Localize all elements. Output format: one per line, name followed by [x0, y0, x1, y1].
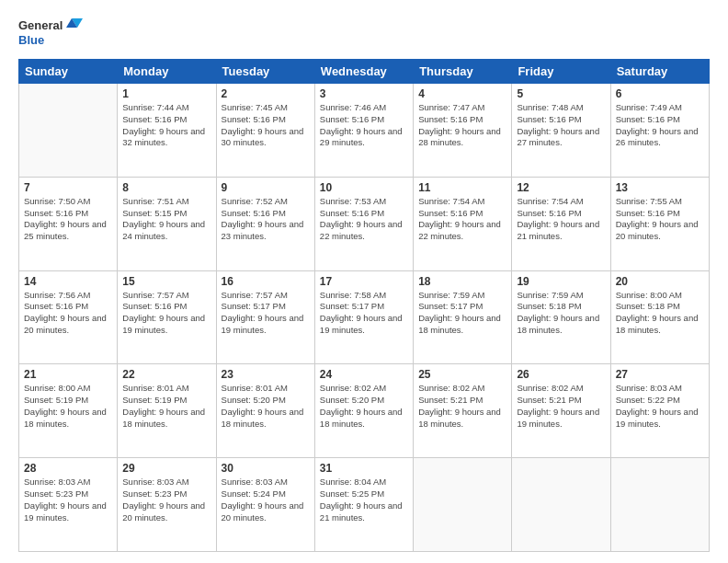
calendar-day-16: 16Sunrise: 7:57 AM Sunset: 5:17 PM Dayli…	[216, 270, 314, 364]
day-number: 26	[517, 368, 605, 381]
calendar-day-26: 26Sunrise: 8:02 AM Sunset: 5:21 PM Dayli…	[512, 364, 610, 458]
svg-text:General: General	[18, 18, 63, 32]
day-number: 21	[24, 368, 112, 381]
weekday-header-tuesday: Tuesday	[216, 60, 314, 84]
calendar-day-empty	[414, 458, 512, 552]
day-number: 20	[616, 275, 704, 288]
day-info: Sunrise: 8:02 AM Sunset: 5:21 PM Dayligh…	[517, 383, 605, 430]
weekday-header-sunday: Sunday	[19, 60, 118, 84]
day-info: Sunrise: 8:04 AM Sunset: 5:25 PM Dayligh…	[320, 477, 408, 523]
day-info: Sunrise: 7:47 AM Sunset: 5:16 PM Dayligh…	[418, 102, 506, 149]
day-number: 2	[222, 87, 310, 100]
day-number: 3	[320, 87, 408, 100]
day-number: 14	[24, 275, 112, 288]
calendar-day-10: 10Sunrise: 7:53 AM Sunset: 5:16 PM Dayli…	[314, 177, 413, 270]
header: General Blue	[18, 17, 710, 50]
day-info: Sunrise: 7:45 AM Sunset: 5:16 PM Dayligh…	[222, 102, 310, 149]
calendar-day-9: 9Sunrise: 7:52 AM Sunset: 5:16 PM Daylig…	[216, 177, 314, 270]
calendar-day-24: 24Sunrise: 8:02 AM Sunset: 5:20 PM Dayli…	[314, 364, 413, 458]
day-info: Sunrise: 7:50 AM Sunset: 5:16 PM Dayligh…	[24, 196, 112, 243]
day-number: 12	[517, 181, 605, 194]
logo: General Blue	[18, 17, 92, 50]
weekday-header-monday: Monday	[118, 60, 216, 84]
day-number: 31	[320, 462, 408, 475]
calendar-week-4: 21Sunrise: 8:00 AM Sunset: 5:19 PM Dayli…	[19, 364, 710, 458]
day-number: 5	[517, 87, 605, 100]
day-number: 30	[222, 462, 310, 475]
day-info: Sunrise: 7:57 AM Sunset: 5:17 PM Dayligh…	[222, 290, 310, 337]
day-number: 8	[122, 181, 210, 194]
calendar-table: SundayMondayTuesdayWednesdayThursdayFrid…	[18, 59, 710, 552]
weekday-header-saturday: Saturday	[610, 60, 709, 84]
day-info: Sunrise: 7:46 AM Sunset: 5:16 PM Dayligh…	[320, 102, 408, 149]
day-info: Sunrise: 8:02 AM Sunset: 5:20 PM Dayligh…	[320, 383, 408, 430]
calendar-day-30: 30Sunrise: 8:03 AM Sunset: 5:24 PM Dayli…	[216, 458, 314, 552]
calendar-day-empty	[19, 84, 118, 178]
calendar-day-29: 29Sunrise: 8:03 AM Sunset: 5:23 PM Dayli…	[118, 458, 216, 552]
day-number: 22	[122, 368, 210, 381]
day-info: Sunrise: 8:01 AM Sunset: 5:20 PM Dayligh…	[222, 383, 310, 430]
day-number: 18	[418, 275, 506, 288]
day-number: 28	[24, 462, 112, 475]
day-info: Sunrise: 7:55 AM Sunset: 5:16 PM Dayligh…	[616, 196, 704, 243]
calendar-day-22: 22Sunrise: 8:01 AM Sunset: 5:19 PM Dayli…	[118, 364, 216, 458]
calendar-day-20: 20Sunrise: 8:00 AM Sunset: 5:18 PM Dayli…	[610, 270, 709, 364]
weekday-header-friday: Friday	[512, 60, 610, 84]
calendar-day-21: 21Sunrise: 8:00 AM Sunset: 5:19 PM Dayli…	[19, 364, 118, 458]
day-number: 15	[122, 275, 210, 288]
calendar-week-3: 14Sunrise: 7:56 AM Sunset: 5:16 PM Dayli…	[19, 270, 710, 364]
day-info: Sunrise: 8:03 AM Sunset: 5:23 PM Dayligh…	[122, 477, 210, 523]
day-info: Sunrise: 7:52 AM Sunset: 5:16 PM Dayligh…	[222, 196, 310, 243]
day-info: Sunrise: 7:53 AM Sunset: 5:16 PM Dayligh…	[320, 196, 408, 243]
calendar-day-19: 19Sunrise: 7:59 AM Sunset: 5:18 PM Dayli…	[512, 270, 610, 364]
day-number: 4	[418, 87, 506, 100]
calendar-day-27: 27Sunrise: 8:03 AM Sunset: 5:22 PM Dayli…	[610, 364, 709, 458]
day-info: Sunrise: 7:54 AM Sunset: 5:16 PM Dayligh…	[418, 196, 506, 243]
calendar-day-8: 8Sunrise: 7:51 AM Sunset: 5:15 PM Daylig…	[118, 177, 216, 270]
calendar-day-18: 18Sunrise: 7:59 AM Sunset: 5:17 PM Dayli…	[414, 270, 512, 364]
calendar-day-4: 4Sunrise: 7:47 AM Sunset: 5:16 PM Daylig…	[414, 84, 512, 178]
day-number: 27	[616, 368, 704, 381]
calendar-day-3: 3Sunrise: 7:46 AM Sunset: 5:16 PM Daylig…	[314, 84, 413, 178]
day-info: Sunrise: 7:54 AM Sunset: 5:16 PM Dayligh…	[517, 196, 605, 243]
day-number: 9	[222, 181, 310, 194]
day-info: Sunrise: 8:03 AM Sunset: 5:22 PM Dayligh…	[616, 383, 704, 430]
day-info: Sunrise: 8:02 AM Sunset: 5:21 PM Dayligh…	[418, 383, 506, 430]
weekday-header-wednesday: Wednesday	[314, 60, 413, 84]
day-number: 10	[320, 181, 408, 194]
day-number: 17	[320, 275, 408, 288]
calendar-day-empty	[610, 458, 709, 552]
day-number: 29	[122, 462, 210, 475]
day-info: Sunrise: 8:01 AM Sunset: 5:19 PM Dayligh…	[122, 383, 210, 430]
calendar-day-2: 2Sunrise: 7:45 AM Sunset: 5:16 PM Daylig…	[216, 84, 314, 178]
day-info: Sunrise: 8:03 AM Sunset: 5:24 PM Dayligh…	[222, 477, 310, 523]
calendar-week-1: 1Sunrise: 7:44 AM Sunset: 5:16 PM Daylig…	[19, 84, 710, 178]
day-info: Sunrise: 7:59 AM Sunset: 5:17 PM Dayligh…	[418, 290, 506, 337]
day-number: 19	[517, 275, 605, 288]
day-info: Sunrise: 8:03 AM Sunset: 5:23 PM Dayligh…	[24, 477, 112, 523]
weekday-header-thursday: Thursday	[414, 60, 512, 84]
day-number: 6	[616, 87, 704, 100]
calendar-day-25: 25Sunrise: 8:02 AM Sunset: 5:21 PM Dayli…	[414, 364, 512, 458]
calendar-day-31: 31Sunrise: 8:04 AM Sunset: 5:25 PM Dayli…	[314, 458, 413, 552]
day-number: 1	[122, 87, 210, 100]
day-number: 24	[320, 368, 408, 381]
day-number: 25	[418, 368, 506, 381]
page: General Blue SundayMondayTuesdayWednesda…	[0, 0, 728, 563]
day-number: 7	[24, 181, 112, 194]
calendar-day-1: 1Sunrise: 7:44 AM Sunset: 5:16 PM Daylig…	[118, 84, 216, 178]
day-info: Sunrise: 8:00 AM Sunset: 5:19 PM Dayligh…	[24, 383, 112, 430]
day-number: 23	[222, 368, 310, 381]
day-info: Sunrise: 7:51 AM Sunset: 5:15 PM Dayligh…	[122, 196, 210, 243]
calendar-day-17: 17Sunrise: 7:58 AM Sunset: 5:17 PM Dayli…	[314, 270, 413, 364]
day-number: 13	[616, 181, 704, 194]
day-info: Sunrise: 7:48 AM Sunset: 5:16 PM Dayligh…	[517, 102, 605, 149]
calendar-day-12: 12Sunrise: 7:54 AM Sunset: 5:16 PM Dayli…	[512, 177, 610, 270]
day-info: Sunrise: 7:49 AM Sunset: 5:16 PM Dayligh…	[616, 102, 704, 149]
day-info: Sunrise: 7:57 AM Sunset: 5:16 PM Dayligh…	[122, 290, 210, 337]
calendar-week-5: 28Sunrise: 8:03 AM Sunset: 5:23 PM Dayli…	[19, 458, 710, 552]
calendar-day-28: 28Sunrise: 8:03 AM Sunset: 5:23 PM Dayli…	[19, 458, 118, 552]
day-info: Sunrise: 7:58 AM Sunset: 5:17 PM Dayligh…	[320, 290, 408, 337]
calendar-day-5: 5Sunrise: 7:48 AM Sunset: 5:16 PM Daylig…	[512, 84, 610, 178]
day-info: Sunrise: 7:44 AM Sunset: 5:16 PM Dayligh…	[122, 102, 210, 149]
